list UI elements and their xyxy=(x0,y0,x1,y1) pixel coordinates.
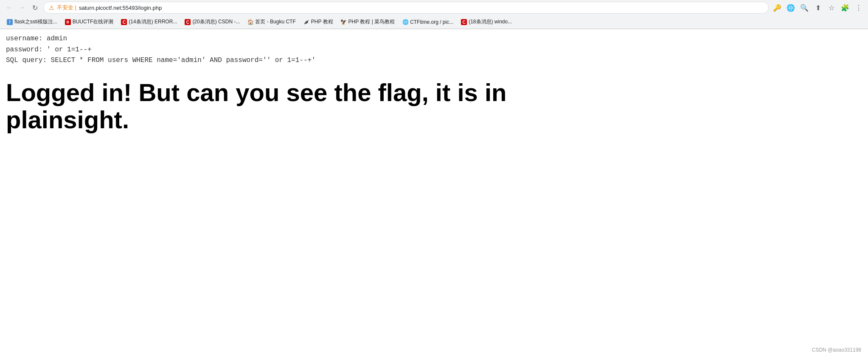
favicon-ctftime: 🌐 xyxy=(402,19,408,25)
bookmark-php1[interactable]: 🌶 PHP 教程 xyxy=(300,17,337,28)
password-manager-button[interactable]: 🔑 xyxy=(771,2,783,14)
bookmark-label: flask之ssti模版注... xyxy=(14,18,57,25)
bookmark-label: BUUCTF在线评测 xyxy=(73,18,114,25)
browser-actions: 🔑 🌐 🔍 ⬆ ☆ 🧩 ⋮ xyxy=(771,2,865,14)
favicon-php2: 🦅 xyxy=(341,19,347,25)
favicon-flask: f xyxy=(7,19,13,25)
username-line: username: admin xyxy=(6,34,862,45)
bookmark-csdn3[interactable]: C (18条消息) windo... xyxy=(458,17,515,28)
query-info: username: admin password: ' or 1=1--+ SQ… xyxy=(6,34,862,66)
security-warning-icon: ⚠ xyxy=(49,4,54,11)
bookmark-button[interactable]: ☆ xyxy=(826,2,837,14)
bookmark-label: PHP 教程 | 菜鸟教程 xyxy=(348,18,395,25)
sql-query-label: SQL query: SELECT * FROM users WHERE nam… xyxy=(6,56,316,64)
back-button[interactable]: ← xyxy=(3,2,15,14)
password-line: password: ' or 1=1--+ xyxy=(6,45,862,56)
share-button[interactable]: ⬆ xyxy=(812,2,824,14)
password-label: password: ' or 1=1--+ xyxy=(6,46,92,54)
favicon-csdn1: C xyxy=(121,19,127,25)
forward-button[interactable]: → xyxy=(16,2,28,14)
bookmark-label: (18条消息) windo... xyxy=(469,18,512,25)
bookmark-ctftime[interactable]: 🌐 CTFtime.org / pic... xyxy=(399,17,457,28)
bookmarks-bar: f flask之ssti模版注... B BUUCTF在线评测 C (14条消息… xyxy=(0,15,868,29)
bookmark-label: 首页 - Bugku CTF xyxy=(255,18,295,25)
bookmark-flask[interactable]: f flask之ssti模版注... xyxy=(3,17,61,28)
bookmark-csdn2[interactable]: C (20条消息) CSDN -... xyxy=(181,17,243,28)
bookmark-label: PHP 教程 xyxy=(311,18,333,25)
translate-button[interactable]: 🌐 xyxy=(785,2,797,14)
favicon-buuctf: B xyxy=(65,19,71,25)
browser-chrome: ← → ↻ ⚠ 不安全 | saturn.picoctf.net:55493/l… xyxy=(0,0,868,29)
zoom-button[interactable]: 🔍 xyxy=(798,2,810,14)
bookmark-csdn1[interactable]: C (14条消息) ERROR... xyxy=(118,17,180,28)
username-label: username: admin xyxy=(6,35,67,42)
address-bar[interactable]: ⚠ 不安全 | saturn.picoctf.net:55493/login.p… xyxy=(43,2,769,14)
url-text: saturn.picoctf.net:55493/login.php xyxy=(79,5,162,11)
main-message: Logged in! But can you see the flag, it … xyxy=(6,79,600,133)
bookmark-label: (14条消息) ERROR... xyxy=(129,18,177,25)
reload-button[interactable]: ↻ xyxy=(29,2,41,14)
menu-button[interactable]: ⋮ xyxy=(853,2,865,14)
favicon-php1: 🌶 xyxy=(303,19,309,25)
favicon-csdn3: C xyxy=(461,19,467,25)
watermark: CSDN @aoao331198 xyxy=(812,347,861,353)
title-bar: ← → ↻ ⚠ 不安全 | saturn.picoctf.net:55493/l… xyxy=(0,0,868,15)
favicon-bugku: 🏠 xyxy=(247,19,253,25)
warning-text: 不安全 | xyxy=(57,4,76,11)
sql-query-line: SQL query: SELECT * FROM users WHERE nam… xyxy=(6,55,862,66)
bookmark-bugku[interactable]: 🏠 首页 - Bugku CTF xyxy=(244,17,299,28)
bookmark-label: CTFtime.org / pic... xyxy=(410,19,453,25)
nav-buttons: ← → ↻ xyxy=(3,2,41,14)
page-content: username: admin password: ' or 1=1--+ SQ… xyxy=(0,29,868,358)
bookmark-buuctf[interactable]: B BUUCTF在线评测 xyxy=(62,17,117,28)
extensions-button[interactable]: 🧩 xyxy=(839,2,851,14)
bookmark-label: (20条消息) CSDN -... xyxy=(192,18,240,25)
favicon-csdn2: C xyxy=(185,19,191,25)
bookmark-php2[interactable]: 🦅 PHP 教程 | 菜鸟教程 xyxy=(337,17,399,28)
